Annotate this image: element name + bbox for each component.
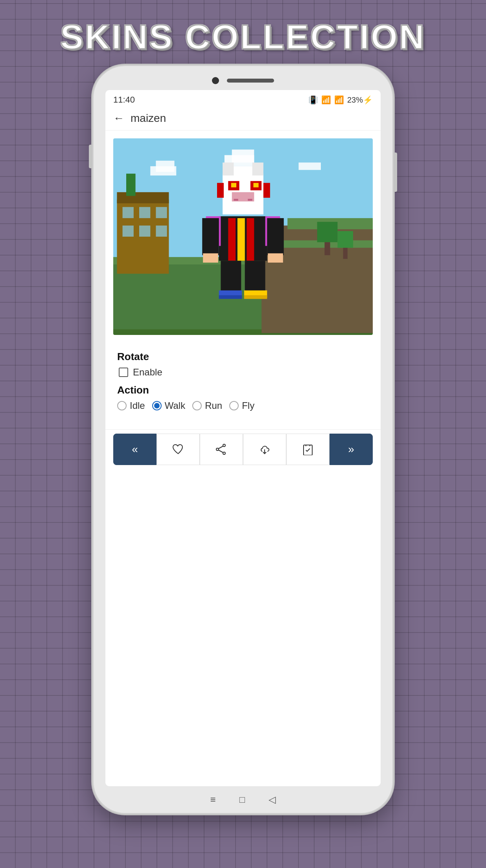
phone-frame: 11:40 📳 📶 📶 23%⚡ ← maizen bbox=[94, 66, 392, 813]
wifi-icon: 📶 bbox=[321, 95, 331, 105]
radio-walk[interactable] bbox=[152, 401, 162, 410]
front-camera bbox=[212, 77, 219, 84]
share-icon bbox=[215, 443, 227, 455]
svg-rect-3 bbox=[298, 162, 321, 170]
rotate-label: Rotate bbox=[117, 351, 369, 363]
home-button[interactable]: □ bbox=[239, 794, 245, 805]
svg-rect-48 bbox=[221, 261, 241, 294]
radio-option-run: Run bbox=[192, 400, 222, 411]
app-title: SKINS COLLECTION bbox=[60, 20, 425, 54]
svg-rect-47 bbox=[268, 253, 283, 263]
radio-option-walk: Walk bbox=[152, 400, 185, 411]
battery-indicator: 23%⚡ bbox=[347, 95, 373, 105]
navigation-bar: ← maizen bbox=[105, 108, 381, 131]
radio-idle[interactable] bbox=[117, 401, 127, 410]
svg-rect-33 bbox=[217, 183, 224, 198]
signal-icon: 📶 bbox=[334, 95, 344, 105]
page-title: maizen bbox=[131, 112, 166, 125]
status-bar: 11:40 📳 📶 📶 23%⚡ bbox=[105, 90, 381, 108]
svg-rect-40 bbox=[237, 218, 245, 261]
rotate-checkbox[interactable] bbox=[119, 368, 128, 377]
phone-top bbox=[94, 66, 392, 84]
svg-point-54 bbox=[223, 444, 225, 447]
svg-rect-52 bbox=[219, 295, 242, 299]
battery-percent: 23% bbox=[347, 96, 363, 104]
action-radio-row: Idle Walk Run Fly bbox=[117, 400, 369, 411]
rotate-checkbox-row: Enable bbox=[119, 367, 369, 378]
svg-rect-36 bbox=[223, 162, 234, 175]
svg-rect-28 bbox=[231, 183, 236, 187]
svg-rect-19 bbox=[156, 226, 167, 237]
svg-rect-39 bbox=[228, 218, 236, 261]
svg-rect-16 bbox=[156, 207, 167, 218]
apply-button[interactable] bbox=[286, 434, 330, 465]
prev-button[interactable]: « bbox=[113, 434, 156, 465]
favorite-button[interactable] bbox=[156, 434, 200, 465]
radio-option-idle: Idle bbox=[117, 400, 145, 411]
svg-rect-41 bbox=[247, 218, 254, 261]
svg-rect-31 bbox=[234, 199, 238, 201]
radio-fly[interactable] bbox=[229, 401, 239, 410]
label-run: Run bbox=[205, 400, 222, 411]
label-fly: Fly bbox=[242, 400, 254, 411]
action-buttons: « bbox=[105, 429, 381, 473]
svg-rect-20 bbox=[126, 174, 136, 196]
svg-line-58 bbox=[219, 450, 223, 452]
share-button[interactable] bbox=[200, 434, 243, 465]
rotate-group: Rotate Enable bbox=[117, 351, 369, 378]
status-time: 11:40 bbox=[113, 95, 135, 105]
svg-rect-44 bbox=[202, 218, 219, 255]
action-label: Action bbox=[117, 384, 369, 396]
svg-point-56 bbox=[216, 448, 219, 451]
svg-rect-22 bbox=[317, 222, 338, 242]
skin-preview bbox=[113, 138, 373, 335]
radio-option-fly: Fly bbox=[229, 400, 254, 411]
download-button[interactable] bbox=[243, 434, 286, 465]
svg-rect-53 bbox=[244, 295, 267, 299]
speaker bbox=[227, 79, 274, 83]
status-icons: 📳 📶 📶 23%⚡ bbox=[308, 95, 373, 105]
heart-icon bbox=[172, 444, 184, 455]
svg-rect-45 bbox=[267, 218, 284, 255]
radio-run[interactable] bbox=[192, 401, 202, 410]
svg-rect-32 bbox=[248, 199, 252, 201]
label-walk: Walk bbox=[165, 400, 185, 411]
back-button[interactable]: ← bbox=[113, 112, 124, 125]
cloud-download-icon bbox=[259, 443, 271, 455]
back-gesture[interactable]: ◁ bbox=[269, 794, 276, 805]
menu-button[interactable]: ≡ bbox=[210, 794, 216, 805]
svg-rect-37 bbox=[252, 162, 263, 175]
svg-line-57 bbox=[219, 446, 223, 449]
svg-rect-17 bbox=[123, 226, 134, 237]
svg-point-55 bbox=[223, 452, 225, 454]
label-idle: Idle bbox=[130, 400, 145, 411]
enable-label: Enable bbox=[133, 367, 162, 378]
action-group: Action Idle Walk Run bbox=[117, 384, 369, 411]
svg-rect-49 bbox=[245, 261, 265, 294]
controls-section: Rotate Enable Action Idle Walk bbox=[105, 343, 381, 425]
svg-rect-18 bbox=[139, 226, 150, 237]
vibrate-icon: 📳 bbox=[308, 95, 318, 105]
scene-svg bbox=[113, 138, 373, 335]
svg-rect-24 bbox=[337, 231, 353, 248]
phone-home-bar: ≡ □ ◁ bbox=[94, 794, 392, 813]
svg-rect-15 bbox=[139, 207, 150, 218]
svg-rect-29 bbox=[253, 183, 258, 187]
svg-rect-14 bbox=[123, 207, 134, 218]
next-button[interactable]: » bbox=[330, 434, 373, 465]
svg-rect-34 bbox=[263, 183, 270, 198]
svg-rect-2 bbox=[232, 149, 254, 162]
apply-icon bbox=[302, 443, 314, 455]
svg-rect-13 bbox=[117, 192, 169, 203]
svg-rect-5 bbox=[156, 161, 174, 172]
svg-rect-46 bbox=[203, 253, 218, 263]
screen: 11:40 📳 📶 📶 23%⚡ ← maizen bbox=[105, 90, 381, 786]
